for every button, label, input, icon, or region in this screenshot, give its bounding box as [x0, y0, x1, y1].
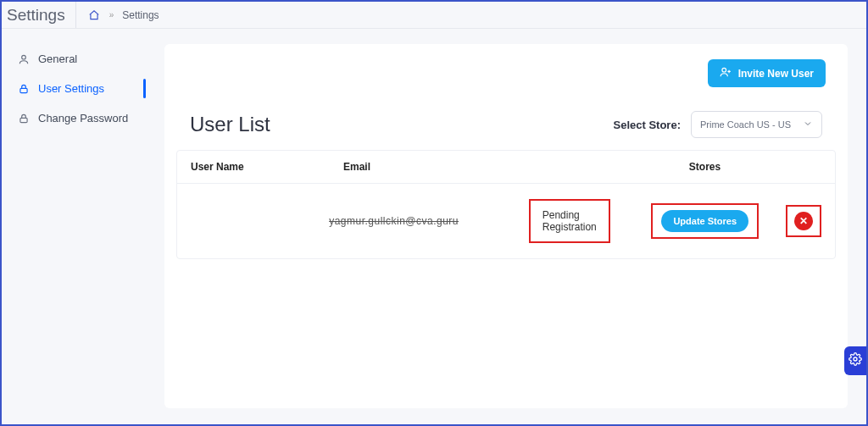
user-icon	[17, 53, 30, 65]
cell-email: yagmur.gullckin@cva.guru	[329, 215, 529, 227]
svg-rect-2	[19, 118, 26, 122]
topbar: Settings » Settings	[2, 2, 866, 29]
update-stores-button[interactable]: Update Stores	[661, 210, 748, 232]
invite-button-label: Invite New User	[738, 68, 814, 80]
sidebar-item-change-password[interactable]: Change Password	[2, 103, 146, 133]
status-badge: Pending Registration	[529, 199, 610, 243]
sidebar-item-user-settings[interactable]: User Settings	[2, 74, 146, 103]
store-selected-value: Prime Coach US - US	[700, 119, 791, 130]
chevron-right-icon: »	[109, 10, 114, 19]
svg-rect-1	[19, 88, 26, 92]
svg-point-0	[21, 55, 25, 59]
main-content: Invite New User User List Select Store: …	[146, 29, 866, 424]
sidebar-item-label: Change Password	[38, 112, 128, 124]
svg-point-4	[854, 357, 857, 361]
table-row: yagmur.gullckin@cva.guru Pending Registr…	[177, 184, 835, 258]
update-stores-highlight: Update Stores	[651, 203, 759, 239]
col-user-name: User Name	[191, 161, 343, 173]
sidebar-item-general[interactable]: General	[2, 44, 146, 74]
lock-icon	[17, 82, 30, 95]
breadcrumb-current: Settings	[122, 9, 159, 21]
breadcrumb-home[interactable]	[88, 8, 101, 21]
home-icon	[88, 8, 101, 21]
table-header: User Name Email Stores	[177, 151, 835, 184]
store-select[interactable]: Prime Coach US - US	[691, 111, 822, 138]
col-stores: Stores	[588, 161, 821, 173]
delete-highlight: ✕	[786, 205, 821, 237]
user-table: User Name Email Stores yagmur.gullckin@c…	[176, 150, 836, 259]
settings-fab[interactable]	[844, 346, 866, 375]
delete-user-button[interactable]: ✕	[794, 212, 813, 230]
store-selector-wrap: Select Store: Prime Coach US - US	[614, 111, 822, 138]
add-user-icon	[720, 66, 732, 80]
gear-icon	[849, 352, 862, 369]
list-title: User List	[190, 113, 270, 136]
col-email: Email	[343, 161, 564, 173]
invite-new-user-button[interactable]: Invite New User	[708, 59, 826, 87]
lock-icon	[17, 112, 30, 124]
sidebar-item-label: User Settings	[38, 82, 104, 95]
sidebar: General User Settings Change Password	[2, 29, 146, 424]
chevron-down-icon	[803, 119, 813, 130]
svg-point-3	[722, 68, 726, 72]
sidebar-item-label: General	[38, 53, 77, 65]
close-icon: ✕	[799, 215, 808, 227]
store-label: Select Store:	[614, 119, 681, 131]
page-title: Settings	[0, 2, 76, 28]
breadcrumb: » Settings	[76, 8, 159, 21]
user-list-card: Invite New User User List Select Store: …	[164, 44, 848, 408]
